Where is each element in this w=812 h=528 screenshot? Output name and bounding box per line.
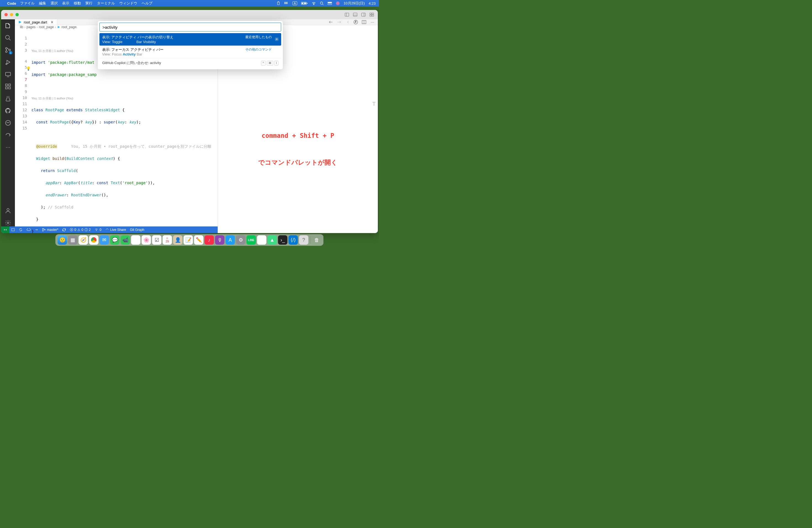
app-name[interactable]: Code	[7, 1, 16, 5]
dock-music-icon[interactable]: ♪	[205, 235, 214, 245]
traffic-lights	[4, 13, 19, 16]
svg-line-20	[9, 39, 11, 40]
settings-icon[interactable]	[4, 219, 12, 226]
dock-trash-icon[interactable]: 🗑	[312, 235, 321, 245]
remote-indicator[interactable]	[1, 226, 10, 233]
layout-bottom-icon[interactable]	[352, 12, 358, 17]
status-window-icon[interactable]	[11, 228, 15, 232]
dock-reminders-icon[interactable]: ☑	[152, 235, 162, 245]
command-palette-item[interactable]: 表示: アクティビティ バーの表示の切り替え View: Toggle Bar …	[99, 33, 281, 46]
layout-left-icon[interactable]	[344, 12, 350, 17]
lightbulb-icon[interactable]: 💡	[26, 65, 31, 72]
text-cursor-icon: T	[372, 101, 376, 107]
dock-android-studio-icon[interactable]: ▲	[267, 235, 277, 245]
extensions-icon[interactable]	[4, 83, 12, 90]
control-center-icon[interactable]	[328, 2, 332, 5]
breadcrumb-seg[interactable]: root_page.	[62, 25, 77, 29]
menu-file[interactable]: ファイル	[20, 1, 34, 6]
last-edit-icon[interactable]	[345, 19, 350, 25]
annotation-2: 「activity」とか入れて、 表示切り替えのやつを選択！	[226, 227, 369, 233]
menu-terminal[interactable]: ターミナル	[97, 1, 115, 6]
ime-icon[interactable]: A	[292, 1, 297, 5]
dock-mail-icon[interactable]: ✉	[100, 235, 109, 245]
dock-vscode-icon[interactable]: ⟨/⟩	[289, 235, 298, 245]
github-icon[interactable]	[4, 107, 12, 114]
menu-help[interactable]: ヘルプ	[142, 1, 153, 6]
svg-rect-11	[353, 13, 357, 16]
more-icon[interactable]: ⋯	[4, 144, 12, 151]
menu-edit[interactable]: 編集	[39, 1, 46, 6]
dropbox-icon[interactable]	[284, 1, 289, 5]
command-palette-item[interactable]: 表示: フォーカス アクティビティ バー View: Focus Activit…	[99, 46, 281, 58]
tab-close-icon[interactable]: ✕	[50, 20, 54, 24]
go-forward-icon[interactable]	[336, 19, 342, 25]
siri-icon[interactable]	[336, 1, 340, 5]
gear-icon[interactable]	[275, 37, 279, 41]
svg-rect-8	[328, 4, 332, 5]
layout-right-icon[interactable]	[361, 12, 366, 17]
copilot-ask-row[interactable]: GitHub Copilot に問い合わせ: activity ^⌘I	[99, 58, 281, 68]
dock-calendar-icon[interactable]: 日29	[163, 235, 172, 245]
share-icon[interactable]	[4, 131, 12, 138]
dock-notes-icon[interactable]: 📝	[184, 235, 193, 245]
menubar-time[interactable]: 4:23	[369, 1, 376, 5]
test-icon[interactable]	[4, 95, 12, 102]
dock-launchpad-icon[interactable]: ▦	[68, 235, 77, 245]
menu-go[interactable]: 移動	[74, 1, 81, 6]
clipboard-icon[interactable]	[276, 1, 280, 5]
customize-layout-icon[interactable]	[369, 12, 375, 17]
account-icon[interactable]	[4, 207, 12, 214]
svg-rect-3	[307, 3, 307, 4]
close-window-button[interactable]	[4, 13, 8, 16]
dock-terminal-icon[interactable]: ›_	[278, 235, 288, 245]
dock-contacts-icon[interactable]: 👤	[173, 235, 183, 245]
svg-rect-28	[5, 87, 8, 89]
command-palette-input[interactable]	[99, 23, 281, 31]
dart-file-icon	[57, 25, 60, 29]
battery-icon[interactable]	[301, 2, 308, 5]
dock-finder-icon[interactable]: 🙂	[58, 235, 67, 245]
activity-bar: 1 ⋯	[1, 19, 15, 226]
annotation-pane: T command + Shift + P でコマンドパレットが開く 「acti…	[218, 46, 378, 233]
breadcrumb-seg[interactable]: pages	[27, 25, 35, 29]
maximize-window-button[interactable]	[15, 13, 19, 16]
debug-icon[interactable]	[4, 59, 12, 66]
dock-chrome-icon[interactable]	[89, 235, 99, 245]
dock-slack-icon[interactable]: ⧉	[257, 235, 266, 245]
dock-line-icon[interactable]: LINE	[247, 235, 256, 245]
dock-safari-icon[interactable]: 🧭	[79, 235, 88, 245]
search-activity-icon[interactable]	[4, 34, 12, 41]
menubar-date[interactable]: 10月29日(日)	[344, 1, 365, 6]
explorer-icon[interactable]	[4, 22, 12, 29]
dock-messages-icon[interactable]: 💬	[110, 235, 120, 245]
go-back-icon[interactable]	[328, 19, 334, 25]
git-blame-inline: You, 15 か月前 • root_pageを作って、counter_page…	[71, 144, 211, 149]
svg-rect-29	[9, 87, 11, 89]
svg-rect-0	[277, 2, 279, 5]
editor-tab[interactable]: root_page.dart ✕	[15, 19, 57, 25]
dock-freeform-icon[interactable]: ✏️	[194, 235, 204, 245]
menu-view[interactable]: 表示	[62, 1, 69, 6]
breadcrumb-seg[interactable]: root_page	[39, 25, 54, 29]
menu-window[interactable]: ウィンドウ	[119, 1, 137, 6]
remote-icon[interactable]	[4, 71, 12, 78]
dock-photos-icon[interactable]: 🌸	[142, 235, 151, 245]
menu-selection[interactable]: 選択	[50, 1, 58, 6]
compass-icon[interactable]	[353, 19, 359, 25]
dock-maps-icon[interactable]: 🗺	[131, 235, 141, 245]
dock-help-icon[interactable]: ?	[299, 235, 308, 245]
search-icon[interactable]	[320, 1, 324, 5]
dock-facetime-icon[interactable]: 📹	[121, 235, 130, 245]
scm-icon[interactable]: 1	[4, 46, 12, 54]
split-editor-icon[interactable]	[361, 19, 367, 25]
dock-appstore-icon[interactable]: A	[226, 235, 235, 245]
dock-podcasts-icon[interactable]: 🎙	[215, 235, 224, 245]
macos-dock: 🙂 ▦ 🧭 ✉ 💬 📹 🗺 🌸 ☑ 日29 👤 📝 ✏️ ♪ 🎙 A ⚙ LIN…	[56, 234, 324, 246]
minimize-window-button[interactable]	[10, 13, 13, 16]
wifi-icon[interactable]	[311, 2, 316, 5]
copilot-icon[interactable]	[4, 119, 12, 127]
more-actions-icon[interactable]: ⋯	[369, 19, 375, 25]
menu-run[interactable]: 実行	[85, 1, 92, 6]
dock-settings-icon[interactable]: ⚙	[236, 235, 246, 245]
breadcrumb-seg[interactable]: lib	[20, 25, 23, 29]
